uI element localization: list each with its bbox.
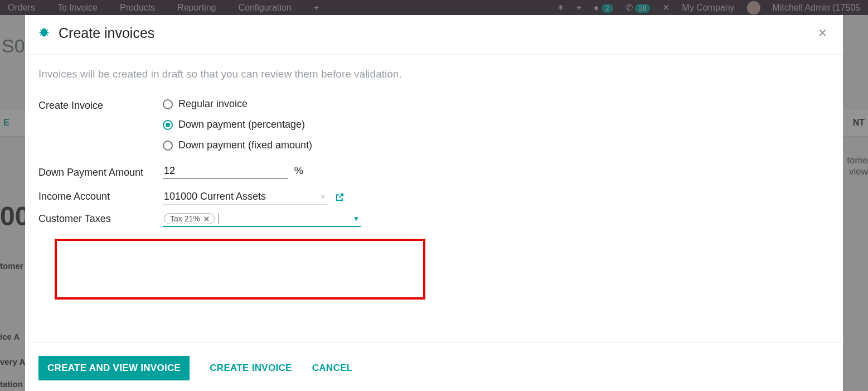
income-account-field: 101000 Current Assets ▼	[163, 189, 345, 205]
dp-amount-input[interactable]	[163, 163, 288, 179]
radio-circle-icon	[163, 141, 173, 151]
intro-text: Invoices will be created in draft so tha…	[38, 68, 830, 80]
modal-header: Create invoices ✕	[25, 15, 843, 55]
close-icon[interactable]: ✕	[816, 24, 830, 42]
income-account-select[interactable]: 101000 Current Assets ▼	[163, 189, 327, 205]
radio-dp-percentage[interactable]: Down payment (percentage)	[163, 119, 312, 131]
taxes-input[interactable]	[218, 214, 353, 224]
customer-taxes-select[interactable]: Tax 21% ✕ ▼	[163, 211, 361, 227]
caret-down-icon: ▼	[353, 215, 360, 223]
dp-amount-field: %	[163, 163, 303, 179]
bug-icon[interactable]	[38, 27, 50, 38]
cancel-button[interactable]: CANCEL	[312, 363, 353, 374]
radio-dp-fixed[interactable]: Down payment (fixed amount)	[163, 139, 312, 151]
tag-remove-icon[interactable]: ✕	[203, 215, 210, 223]
external-link-icon[interactable]	[335, 191, 345, 202]
radio-circle-icon	[163, 120, 173, 130]
label-dp-amount: Down Payment Amount	[38, 163, 163, 180]
modal-body: Invoices will be created in draft so tha…	[25, 55, 843, 342]
label-income-account: Income Account	[38, 189, 163, 202]
radio-regular-label: Regular invoice	[178, 98, 248, 110]
create-and-view-invoice-button[interactable]: CREATE AND VIEW INVOICE	[38, 356, 190, 380]
modal-footer: CREATE AND VIEW INVOICE CREATE INVOICE C…	[25, 342, 843, 391]
income-account-value: 101000 Current Assets	[164, 191, 317, 202]
radio-dp-fixed-label: Down payment (fixed amount)	[178, 139, 312, 151]
create-invoice-button[interactable]: CREATE INVOICE	[210, 363, 292, 374]
label-create-invoice: Create Invoice	[38, 98, 163, 112]
percent-suffix: %	[294, 165, 303, 176]
create-invoices-modal: Create invoices ✕ Invoices will be creat…	[25, 15, 843, 391]
tax-tag-label: Tax 21%	[170, 214, 200, 223]
create-invoice-radios: Regular invoice Down payment (percentage…	[163, 98, 312, 151]
customer-taxes-field: Tax 21% ✕ ▼	[163, 211, 361, 227]
radio-regular[interactable]: Regular invoice	[163, 98, 312, 110]
radio-circle-icon	[163, 99, 173, 109]
caret-down-icon: ▼	[319, 193, 326, 201]
radio-dp-percentage-label: Down payment (percentage)	[178, 119, 305, 131]
modal-title: Create invoices	[59, 25, 154, 41]
label-customer-taxes: Customer Taxes	[38, 211, 163, 225]
tax-tag[interactable]: Tax 21% ✕	[164, 213, 215, 224]
